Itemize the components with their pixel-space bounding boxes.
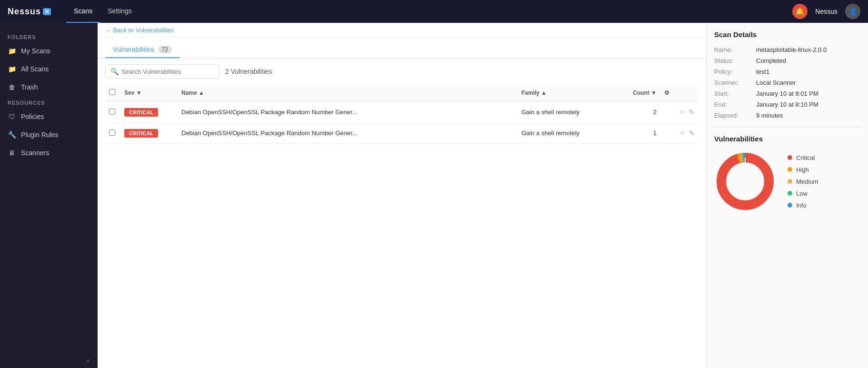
row-name-1: Debian OpenSSH/OpenSSL Package Random Nu… — [181, 109, 358, 116]
sidebar-item-label-scanners: Scanners — [21, 149, 49, 157]
row-count-cell: 2 — [613, 102, 660, 123]
sidebar: FOLDERS 📁 My Scans 📁 All Scans 🗑 Trash R… — [0, 23, 98, 368]
medium-label: Medium — [796, 178, 818, 185]
panel-divider — [714, 127, 860, 127]
nav-links: Scans Settings — [66, 0, 140, 23]
detail-value-5: January 10 at 8:10 PM — [756, 101, 818, 108]
user-avatar[interactable]: 👤 — [845, 4, 860, 19]
legend-high: High — [788, 166, 818, 173]
th-severity[interactable]: Sev ▼ — [120, 84, 178, 102]
table-row: CRITICAL Debian OpenSSH/OpenSSL Package … — [105, 123, 698, 144]
th-actions[interactable]: ⚙ — [660, 84, 698, 102]
row-family-1: Gain a shell remotely — [521, 109, 579, 116]
table-row: CRITICAL Debian OpenSSH/OpenSSL Package … — [105, 102, 698, 123]
sidebar-item-label-all-scans: All Scans — [21, 65, 49, 73]
scan-detail-row: End: January 10 at 8:10 PM — [714, 101, 860, 108]
back-to-vulnerabilities-link[interactable]: ← Back to Vulnerabilities — [98, 23, 706, 38]
row-severity-cell: CRITICAL — [120, 123, 178, 144]
critical-label: Critical — [796, 154, 815, 161]
row-checkbox-2[interactable] — [109, 129, 115, 136]
row-actions-cell: ○ ✎ — [660, 102, 698, 123]
scan-detail-row: Elapsed: 9 minutes — [714, 112, 860, 119]
row-count-1: 2 — [653, 109, 657, 116]
sidebar-item-scanners[interactable]: 🖥 Scanners — [0, 144, 98, 162]
scan-details-rows: Name: metasploitable-linux-2.0.0 Status:… — [714, 46, 860, 119]
th-name[interactable]: Name ▲ — [178, 84, 518, 102]
row-family-cell: Gain a shell remotely — [518, 102, 613, 123]
severity-badge-2: CRITICAL — [124, 129, 158, 138]
sidebar-item-plugin-rules[interactable]: 🔧 Plugin Rules — [0, 126, 98, 144]
search-icon: 🔍 — [110, 68, 119, 75]
top-nav: Nessus N Scans Settings 🔔 Nessus 👤 — [0, 0, 868, 23]
detail-label-0: Name: — [714, 46, 752, 53]
row-name-cell: Debian OpenSSH/OpenSSL Package Random Nu… — [178, 102, 518, 123]
nav-scans[interactable]: Scans — [66, 0, 100, 23]
vulnerabilities-chart-section: Vulnerabilities — [714, 135, 860, 212]
low-label: Low — [796, 190, 808, 197]
row-clock-icon-2[interactable]: ○ — [680, 129, 685, 138]
folders-section-label: FOLDERS — [0, 30, 98, 42]
detail-label-4: Start: — [714, 90, 752, 97]
severity-badge-1: CRITICAL — [124, 108, 158, 117]
row-actions-cell: ○ ✎ — [660, 123, 698, 144]
trash-icon: 🗑 — [8, 83, 16, 91]
plugin-rules-icon: 🔧 — [8, 130, 16, 139]
content-area: ← Back to Vulnerabilities Vulnerabilitie… — [98, 23, 706, 368]
detail-value-0: metasploitable-linux-2.0.0 — [756, 46, 827, 53]
th-count[interactable]: Count ▼ — [613, 84, 660, 102]
vulnerabilities-table: Sev ▼ Name ▲ Family ▲ Count ▼ ⚙ — [105, 84, 698, 144]
row-clock-icon-1[interactable]: ○ — [680, 108, 685, 117]
detail-value-4: January 10 at 8:01 PM — [756, 90, 818, 97]
select-all-checkbox[interactable] — [109, 89, 115, 95]
tab-vulnerabilities-count: 72 — [158, 46, 172, 53]
tab-bar: Vulnerabilities 72 — [98, 38, 706, 59]
all-scans-icon: 📁 — [8, 65, 16, 73]
detail-value-2: test1 — [756, 68, 769, 75]
scan-details-title: Scan Details — [714, 30, 860, 39]
donut-chart — [714, 150, 776, 212]
notification-button[interactable]: 🔔 — [792, 4, 808, 19]
info-dot — [788, 203, 792, 208]
right-panel: Scan Details Name: metasploitable-linux-… — [706, 23, 868, 368]
user-name: Nessus — [815, 8, 838, 15]
detail-label-2: Policy: — [714, 68, 752, 75]
th-family[interactable]: Family ▲ — [518, 84, 613, 102]
scan-detail-row: Name: metasploitable-linux-2.0.0 — [714, 46, 860, 53]
row-edit-icon-1[interactable]: ✎ — [688, 108, 695, 117]
resources-section-label: RESOURCES — [0, 96, 98, 108]
tab-vulnerabilities[interactable]: Vulnerabilities 72 — [105, 42, 180, 58]
sidebar-collapse-button[interactable]: « — [0, 353, 98, 368]
detail-value-1: Completed — [756, 57, 786, 64]
chart-container: Critical High Medium Low — [714, 150, 860, 212]
tab-vulnerabilities-label: Vulnerabilities — [113, 46, 154, 53]
scan-detail-row: Policy: test1 — [714, 68, 860, 75]
chart-legend: Critical High Medium Low — [788, 154, 818, 209]
detail-label-5: End: — [714, 101, 752, 108]
row-family-cell: Gain a shell remotely — [518, 123, 613, 144]
sidebar-item-my-scans[interactable]: 📁 My Scans — [0, 42, 98, 60]
main-layout: FOLDERS 📁 My Scans 📁 All Scans 🗑 Trash R… — [0, 23, 868, 368]
search-input[interactable] — [121, 68, 214, 75]
row-checkbox-1[interactable] — [109, 109, 115, 115]
row-severity-cell: CRITICAL — [120, 102, 178, 123]
policies-icon: 🛡 — [8, 112, 16, 121]
legend-medium: Medium — [788, 178, 818, 185]
scan-detail-row: Start: January 10 at 8:01 PM — [714, 90, 860, 97]
sidebar-item-policies[interactable]: 🛡 Policies — [0, 108, 98, 126]
sidebar-item-label-plugin-rules: Plugin Rules — [21, 131, 59, 139]
detail-value-6: 9 minutes — [756, 112, 783, 119]
app-badge: N — [43, 8, 51, 15]
row-checkbox-cell — [105, 123, 120, 144]
sidebar-item-label-trash: Trash — [21, 83, 38, 91]
legend-critical: Critical — [788, 154, 818, 161]
nav-settings[interactable]: Settings — [100, 0, 140, 23]
sidebar-item-all-scans[interactable]: 📁 All Scans — [0, 60, 98, 78]
toolbar: 🔍 2 Vulnerabilities — [98, 59, 706, 84]
row-edit-icon-2[interactable]: ✎ — [688, 129, 695, 138]
table-header-row: Sev ▼ Name ▲ Family ▲ Count ▼ ⚙ — [105, 84, 698, 102]
sidebar-item-trash[interactable]: 🗑 Trash — [0, 78, 98, 96]
legend-low: Low — [788, 190, 818, 197]
row-count-cell: 1 — [613, 123, 660, 144]
medium-dot — [788, 179, 792, 184]
detail-label-1: Status: — [714, 57, 752, 64]
